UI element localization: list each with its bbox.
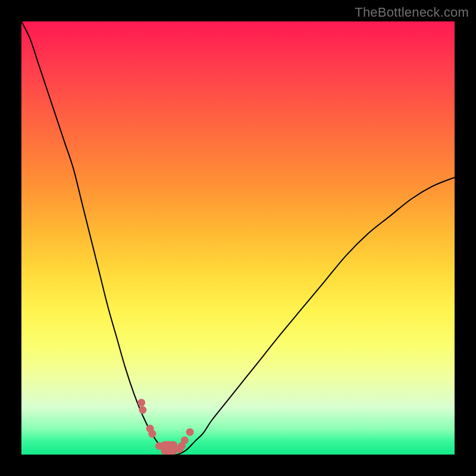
curve-marker (137, 399, 145, 406)
chart-frame: TheBottleneck.com (0, 0, 476, 476)
trough-bar (161, 441, 177, 455)
curve-marker (148, 430, 156, 438)
curve-marker (186, 428, 194, 436)
bottleneck-curve (21, 21, 455, 455)
curve-layer (21, 21, 455, 455)
watermark-text: TheBottleneck.com (355, 5, 469, 20)
curve-marker (181, 436, 189, 444)
plot-area (21, 21, 455, 455)
curve-marker (139, 406, 146, 414)
